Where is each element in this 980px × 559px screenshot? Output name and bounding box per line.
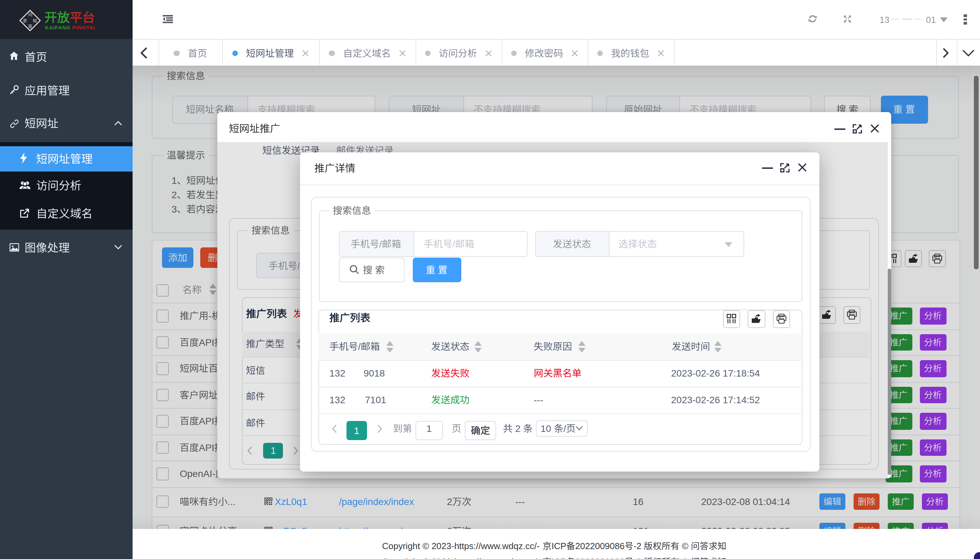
svg-text:©: © — [679, 541, 691, 551]
svg-text:13: 13 — [879, 14, 889, 25]
svg-text:©: © — [679, 557, 691, 559]
svg-text:ICP: ICP — [552, 541, 566, 551]
svg-text:-2: -2 — [633, 541, 644, 551]
svg-text:Copyright © 2023-https://www.w: Copyright © 2023-https://www.wdqz.cc/- — [382, 541, 542, 551]
svg-text:Copyright © 2023-https://www.w: Copyright © 2023-https://www.wdqz.cc/- — [382, 557, 542, 559]
svg-text:01: 01 — [925, 14, 935, 25]
svg-text:-2: -2 — [633, 557, 644, 559]
svg-text:2022009086: 2022009086 — [575, 557, 625, 559]
svg-text:2022009086: 2022009086 — [575, 541, 625, 551]
svg-text:ICP: ICP — [552, 557, 566, 559]
